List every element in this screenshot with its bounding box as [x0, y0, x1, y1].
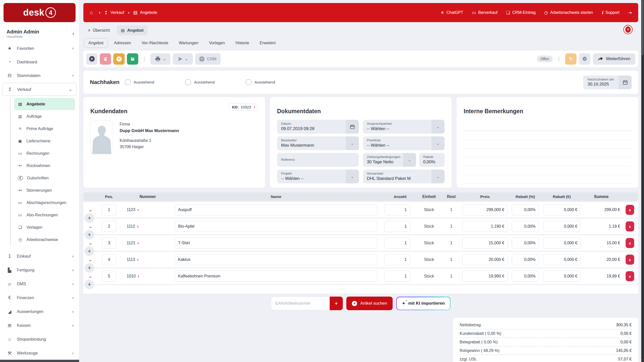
article-link[interactable]: ›	[137, 224, 139, 229]
insert-row-button[interactable]: +	[85, 263, 94, 273]
sidebar-subitem-rechnungen[interactable]: ▭ Rechnungen	[14, 147, 75, 159]
internal-notes-area[interactable]	[464, 122, 631, 185]
continue-button[interactable]: Weiterführen	[593, 53, 635, 65]
sidebar-item-auswertungen[interactable]: ◢ Auswertungen ›	[0, 305, 79, 318]
header-action[interactable]: ⇥	[628, 10, 632, 15]
breadcrumb-item-angebote[interactable]: › ▤ Angebote	[124, 10, 157, 15]
breadcrumb-item[interactable]: › ⌂	[90, 10, 95, 15]
vertical-scrollbar[interactable]: ▼	[641, 0, 644, 362]
preis-input[interactable]	[462, 204, 508, 215]
sidebar-subitem-rücknahmen[interactable]: ↩ Rücknahmen	[14, 159, 75, 172]
article-link[interactable]: ›	[137, 207, 139, 212]
nachzuhaken-date-field[interactable]: Nachzuhaken am 30.10.2025	[583, 75, 632, 89]
name-input[interactable]	[175, 237, 377, 249]
view-tab-angebot[interactable]: ▤ Angebot	[117, 25, 148, 35]
rabatt-euro-input[interactable]	[543, 204, 581, 215]
header-action-support[interactable]: i Support	[601, 10, 620, 15]
delete-row-button[interactable]: x	[626, 255, 634, 265]
checkbox-box[interactable]	[246, 79, 251, 85]
view-tab-übersicht[interactable]: ≡ Übersicht	[84, 26, 114, 35]
scrollbar-thumb[interactable]	[642, 0, 643, 55]
save-button[interactable]	[127, 53, 138, 65]
checkbox-box[interactable]	[185, 79, 191, 85]
sidebar-item-stammdaten[interactable]: ⊟ Stammdaten ›	[0, 69, 79, 82]
row-expander[interactable]: ⌄	[89, 240, 92, 246]
delete-row-button[interactable]: x	[626, 205, 634, 215]
delete-row-button[interactable]: x	[626, 221, 634, 231]
datum-field[interactable]: Datum 09.07.2019 09:28	[277, 120, 359, 134]
delete-row-button[interactable]: x	[626, 271, 634, 281]
article-link[interactable]: ›	[137, 240, 139, 246]
crm-button[interactable]: + CRM	[195, 53, 221, 65]
sidebar-subitem-lieferscheine[interactable]: ▣ Lieferscheine	[14, 135, 75, 147]
ki-import-button[interactable]: ✦ mit KI importieren	[396, 297, 451, 310]
ansprechpartner-select[interactable]: Ansprechpartner -- Wählen -- ⌄	[363, 120, 445, 134]
name-input[interactable]	[175, 204, 377, 215]
rabatt-field[interactable]: Rabatt 0,00%	[419, 153, 445, 167]
name-input[interactable]	[175, 254, 377, 265]
sidebar-item-verkauf[interactable]: ↥ Verkauf ⌄	[3, 83, 77, 96]
bearbeiter-select[interactable]: Bearbeiter Max Mustermann ⌄	[277, 136, 359, 150]
calendar-button[interactable]	[346, 120, 359, 134]
header-action-chatgpt[interactable]: ✳ ChatGPT	[440, 10, 463, 15]
preis-input[interactable]	[462, 237, 508, 249]
sidebar-subitem-prime-aufträge[interactable]: ⚛ Prime Aufträge	[14, 123, 75, 135]
article-link[interactable]: ›	[137, 257, 139, 262]
delete-row-button[interactable]: x	[626, 238, 634, 248]
row-expander[interactable]: ⌄	[89, 257, 92, 262]
anzahl-input[interactable]	[384, 237, 410, 249]
tab-historie[interactable]: Historie	[231, 38, 254, 48]
pos-input[interactable]	[102, 204, 116, 215]
row-expander[interactable]: ⌄	[89, 224, 92, 229]
row-expander[interactable]: ⌄	[89, 207, 92, 213]
rabatt-prozent-input[interactable]	[512, 271, 539, 282]
sidebar-item-dms[interactable]: ▱ DMS ›	[0, 277, 79, 291]
preisliste-select[interactable]: Preisliste -- Wählen -- ⌄	[363, 136, 445, 150]
pos-input[interactable]	[102, 221, 116, 232]
app-logo[interactable]: desk 4	[4, 3, 76, 22]
referenz-field[interactable]: Referenz	[277, 153, 359, 167]
sidebar-subitem-arbeitsnachweise[interactable]: ◷ Arbeitsnachweise	[14, 233, 75, 246]
sidebar-item-shopanbindung[interactable]: ⌂ Shopanbindung	[0, 332, 79, 346]
projekt-select[interactable]: Projekt -- Wählen -- ⌄	[277, 170, 359, 183]
tab-adressen[interactable]: Adressen	[110, 38, 136, 48]
sidebar-item-dashboard[interactable]: ◔ Dashboard	[0, 55, 79, 69]
add-button[interactable]: +	[86, 53, 97, 65]
ausstehend-checkbox[interactable]: Ausstehend	[185, 79, 246, 85]
cancel-button[interactable]: ×	[113, 53, 125, 65]
rabatt-euro-input[interactable]	[543, 254, 581, 265]
anzahl-input[interactable]	[384, 221, 410, 232]
user-menu[interactable]: Admin Admin Hauptfiliale ›	[7, 29, 74, 38]
insert-row-button[interactable]: +	[85, 280, 94, 289]
versandart-select[interactable]: Versandart DHL Standard Paket M ⌄	[363, 170, 445, 183]
calendar-button[interactable]	[619, 75, 632, 89]
print-dropdown-button[interactable]: ⌄	[150, 53, 171, 65]
tab-vorlagen[interactable]: Vorlagen	[205, 38, 229, 48]
preis-input[interactable]	[462, 271, 508, 282]
rabatt-prozent-input[interactable]	[512, 221, 539, 232]
sidebar-item-finanzen[interactable]: € Finanzen ›	[0, 291, 79, 305]
rabatt-euro-input[interactable]	[543, 221, 581, 232]
name-input[interactable]	[175, 271, 377, 282]
ausstehend-checkbox[interactable]: Ausstehend	[125, 79, 185, 85]
sidebar-subitem-gutschriften[interactable]: € Gutschriften	[14, 172, 75, 184]
insert-row-button[interactable]: +	[85, 230, 94, 239]
sidebar-subitem-abschlagsrechnungen[interactable]: ▭ Abschlagsrechnungen	[14, 196, 75, 209]
preis-input[interactable]	[462, 221, 508, 232]
article-link[interactable]: ›	[138, 274, 139, 279]
tab-wartungen[interactable]: Wartungen	[174, 38, 203, 48]
header-action-crm-eintrag[interactable]: ❏ CRM-Eintrag	[506, 10, 536, 15]
help-button[interactable]: ?	[623, 25, 633, 34]
sidebar-scrollbar[interactable]	[0, 360, 79, 362]
rabatt-euro-input[interactable]	[543, 237, 581, 249]
delete-button[interactable]	[100, 53, 111, 65]
insert-row-button[interactable]: +	[85, 213, 94, 223]
name-input[interactable]	[175, 221, 377, 232]
pos-input[interactable]	[102, 271, 116, 282]
zahlungsbedingungen-select[interactable]: Zahlungsbedingungen 30 Tage Netto ⌄	[363, 153, 416, 167]
sidebar-item-einkauf[interactable]: ↧ Einkauf ›	[0, 249, 79, 263]
pos-input[interactable]	[102, 254, 116, 265]
breadcrumb-item-verkauf[interactable]: › ↥ Verkauf	[95, 10, 124, 15]
rabatt-prozent-input[interactable]	[512, 204, 539, 215]
insert-row-button[interactable]: +	[85, 247, 94, 256]
